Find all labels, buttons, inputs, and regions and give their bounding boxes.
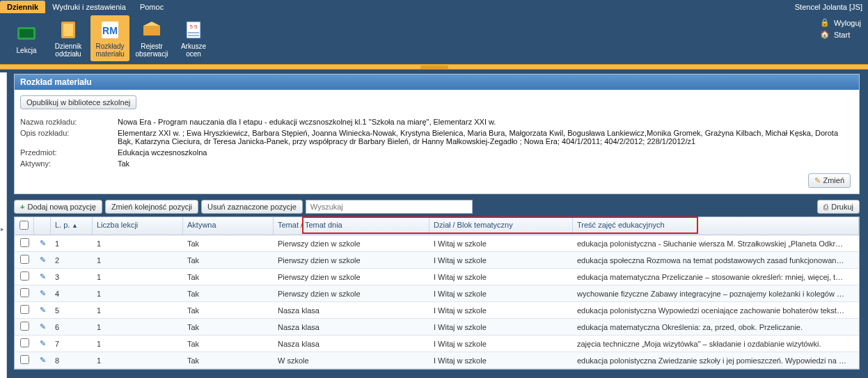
col-lp[interactable]: L. p. [51, 217, 93, 235]
cell-lp: 2 [51, 253, 93, 267]
cell-lp: 1 [51, 237, 93, 251]
cell-dzial: I Witaj w szkole [429, 320, 573, 334]
col-select-all[interactable] [15, 217, 34, 235]
current-user: Stencel Jolanta [JS] [795, 3, 868, 11]
cell-aktywna: Tak [183, 320, 274, 334]
cell-liczba: 1 [93, 304, 183, 317]
row-edit-button[interactable]: ✎ [34, 336, 51, 351]
ribbon-lekcja[interactable]: Lekcja [7, 15, 46, 61]
cell-dzial: I Witaj w szkole [429, 287, 573, 301]
label-nazwa: Nazwa rozkładu: [20, 118, 118, 126]
ribbon-icon-2: RM [99, 19, 121, 41]
cell-liczba: 1 [93, 253, 183, 267]
cell-liczba: 1 [93, 237, 183, 251]
cell-lp: 8 [51, 354, 93, 368]
table-row[interactable]: ✎81TakW szkoleI Witaj w szkoleedukacja p… [15, 352, 859, 369]
cell-tresc: edukacja polonistyczna - Słuchanie wiers… [573, 237, 859, 251]
table-row[interactable]: ✎11TakPierwszy dzien w szkoleI Witaj w s… [15, 235, 859, 252]
cell-temat: Nasza klasa [274, 337, 429, 351]
cell-dzial: I Witaj w szkole [429, 270, 573, 284]
row-edit-button[interactable]: ✎ [34, 253, 51, 267]
row-checkbox[interactable] [15, 252, 34, 268]
row-checkbox[interactable] [15, 285, 34, 301]
cell-lp: 4 [51, 287, 93, 301]
ribbon-icon-3 [141, 19, 163, 41]
cell-dzial: I Witaj w szkole [429, 354, 573, 368]
cell-lp: 3 [51, 270, 93, 284]
cell-aktywna: Tak [183, 237, 274, 251]
ribbon-icon-1 [57, 19, 79, 41]
cell-liczba: 1 [93, 320, 183, 334]
row-checkbox[interactable] [15, 319, 34, 335]
cell-tresc: edukacja polonistyczna Wypowiedzi ocenia… [573, 304, 859, 317]
row-checkbox[interactable] [15, 302, 34, 318]
ribbon: LekcjaDziennikoddziałuRMRozkładymateriał… [0, 14, 868, 64]
pencil-icon: ✎ [40, 255, 46, 264]
ribbon-rejestr-obserwacji[interactable]: Rejestrobserwacji [132, 15, 171, 61]
left-pane-expand[interactable] [0, 72, 7, 378]
col-tresc[interactable]: Treść zajęć edukacyjnych [573, 217, 859, 235]
pencil-icon: ✎ [40, 356, 46, 364]
table-row[interactable]: ✎51TakNasza klasaI Witaj w szkoleedukacj… [15, 302, 859, 319]
cell-aktywna: Tak [183, 304, 274, 317]
add-row-button[interactable]: +Dodaj nową pozycję [14, 200, 102, 214]
start-link[interactable]: 🏠Start [820, 29, 861, 40]
table-row[interactable]: ✎41TakPierwszy dzien w szkoleI Witaj w s… [15, 285, 859, 302]
top-tab-2[interactable]: Pomoc [133, 1, 171, 13]
cell-temat: Nasza klasa [274, 320, 429, 334]
cell-dzial: I Witaj w szkole [429, 304, 573, 317]
ribbon-dziennik-oddziału[interactable]: Dziennikoddziału [49, 15, 88, 61]
top-tab-1[interactable]: Wydruki i zestawienia [45, 1, 133, 13]
value-opis: Elementarz XXI w. ; Ewa Hryszkiewicz, Ba… [118, 129, 853, 145]
pencil-icon: ✎ [40, 339, 46, 347]
cell-tresc: zajęcia techniczne „Moja wizytówka" – sk… [573, 337, 859, 351]
row-checkbox[interactable] [15, 336, 34, 352]
reorder-button[interactable]: Zmień kolejność pozycji [105, 200, 198, 214]
svg-rect-3 [63, 24, 73, 36]
cell-tresc: edukacja matematyczna Przeliczanie – sto… [573, 270, 859, 284]
row-edit-button[interactable]: ✎ [34, 320, 51, 334]
row-edit-button[interactable]: ✎ [34, 353, 51, 368]
col-liczba[interactable]: Liczba lekcji [93, 217, 183, 235]
col-edit [34, 217, 51, 235]
table-row[interactable]: ✎71TakNasza klasaI Witaj w szkolezajęcia… [15, 336, 859, 352]
publish-button[interactable]: Opublikuj w bibliotece szkolnej [20, 95, 136, 109]
ribbon-arkusze-ocen[interactable]: 5 5Arkuszeocen [174, 15, 213, 61]
row-edit-button[interactable]: ✎ [34, 269, 51, 284]
splitter-handle[interactable] [0, 64, 868, 70]
pencil-icon: ✎ [40, 239, 46, 247]
row-edit-button[interactable]: ✎ [34, 236, 51, 251]
panel-title: Rozkład materiału [15, 74, 859, 90]
row-checkbox[interactable] [15, 269, 34, 285]
row-edit-button[interactable]: ✎ [34, 286, 51, 301]
row-checkbox[interactable] [15, 352, 34, 368]
label-opis: Opis rozkładu: [20, 129, 118, 145]
pencil-icon: ✎ [40, 322, 46, 331]
row-checkbox[interactable] [15, 235, 34, 251]
print-button[interactable]: ⎙Drukuj [817, 200, 860, 214]
search-input[interactable] [306, 200, 473, 214]
cell-tresc: wychowanie fizyczne Zabawy integracyjne … [573, 287, 859, 301]
cell-temat: Pierwszy dzien w szkole [274, 270, 429, 284]
cell-aktywna: Tak [183, 287, 274, 301]
cell-temat: Pierwszy dzien w szkole [274, 253, 429, 267]
col-aktywna[interactable]: Aktywna [183, 217, 274, 235]
cell-temat: Pierwszy dzien w szkole [274, 237, 429, 251]
table-row[interactable]: ✎21TakPierwszy dzien w szkoleI Witaj w s… [15, 252, 859, 269]
table-row[interactable]: ✎31TakPierwszy dzien w szkoleI Witaj w s… [15, 269, 859, 285]
row-edit-button[interactable]: ✎ [34, 303, 51, 317]
delete-selected-button[interactable]: Usuń zaznaczone pozycje [201, 200, 303, 214]
top-tab-0[interactable]: Dziennik [0, 1, 45, 13]
change-button[interactable]: ✎ Zmień [808, 173, 851, 188]
plus-icon: + [20, 203, 24, 211]
cell-lp: 6 [51, 320, 93, 334]
value-aktywny: Tak [118, 159, 853, 168]
logout-link[interactable]: 🔒Wyloguj [820, 17, 861, 29]
cell-liczba: 1 [93, 354, 183, 368]
col-dzial[interactable]: Dział / Blok tematyczny [429, 217, 573, 235]
ribbon-rozkłady-materiału[interactable]: RMRozkładymateriału [90, 15, 129, 61]
col-temat[interactable]: Temat / Temat dnia [274, 217, 429, 235]
table-row[interactable]: ✎61TakNasza klasaI Witaj w szkoleedukacj… [15, 319, 859, 336]
label-aktywny: Aktywny: [20, 159, 118, 168]
cell-aktywna: Tak [183, 270, 274, 284]
